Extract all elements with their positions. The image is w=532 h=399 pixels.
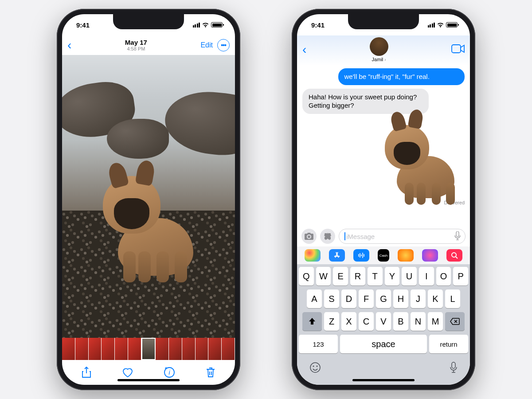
key-h[interactable]: H	[393, 289, 408, 308]
svg-point-10	[313, 366, 314, 367]
home-indicator[interactable]	[352, 379, 415, 381]
key-c[interactable]: C	[359, 312, 374, 331]
status-time: 9:41	[76, 21, 90, 29]
delete-key[interactable]	[445, 312, 465, 331]
shift-key[interactable]	[302, 312, 322, 331]
memoji-app-icon[interactable]	[398, 249, 414, 262]
key-s[interactable]: S	[324, 289, 339, 308]
battery-icon	[446, 22, 458, 27]
cellular-icon	[193, 23, 200, 27]
key-b[interactable]: B	[393, 312, 408, 331]
return-key[interactable]: return	[429, 335, 468, 353]
dictation-icon[interactable]	[454, 231, 461, 242]
key-f[interactable]: F	[359, 289, 374, 308]
received-message[interactable]: Haha! How is your sweet pup doing? Getti…	[302, 89, 429, 114]
photo-title: May 17 4:58 PM	[125, 39, 147, 52]
key-n[interactable]: N	[411, 312, 426, 331]
svg-rect-4	[328, 233, 331, 236]
more-button[interactable]: •••	[217, 39, 230, 51]
home-indicator[interactable]	[117, 379, 180, 381]
camera-button[interactable]	[301, 229, 317, 244]
svg-point-11	[317, 366, 318, 367]
conversation-body[interactable]: we'll be "ruff-ing" it, "fur" real. Haha…	[297, 66, 470, 226]
svg-rect-6	[328, 237, 331, 239]
key-m[interactable]: M	[428, 312, 443, 331]
app-drawer-button[interactable]	[320, 229, 335, 244]
iphone-messages: 9:41 ‹ Jamil › we'll be "ruff-ing" it, "…	[292, 9, 475, 390]
notch	[113, 14, 184, 29]
photo-date: May 17	[125, 39, 147, 47]
key-x[interactable]: X	[341, 312, 356, 331]
key-g[interactable]: G	[376, 289, 391, 308]
svg-rect-5	[325, 237, 327, 239]
audio-app-icon[interactable]	[353, 249, 369, 262]
key-i[interactable]: I	[419, 267, 434, 286]
cellular-icon	[428, 23, 435, 27]
back-button[interactable]: ‹	[302, 43, 306, 57]
key-o[interactable]: O	[436, 267, 451, 286]
key-e[interactable]: E	[333, 267, 348, 286]
key-a[interactable]: A	[307, 289, 322, 308]
message-input[interactable]: iMessage	[339, 229, 466, 244]
info-button[interactable]: i	[163, 366, 176, 379]
svg-rect-12	[452, 362, 455, 368]
key-k[interactable]: K	[428, 289, 443, 308]
svg-point-8	[452, 253, 456, 257]
svg-rect-2	[452, 45, 461, 53]
svg-text:i: i	[168, 369, 170, 376]
iphone-photos: 9:41 ‹ May 17 4:58 PM Edit •••	[57, 9, 240, 390]
key-y[interactable]: Y	[385, 267, 400, 286]
stickers-app-icon[interactable]	[422, 249, 438, 262]
compose-row: iMessage	[297, 226, 470, 246]
key-w[interactable]: W	[316, 267, 331, 286]
mic-key[interactable]	[450, 362, 458, 375]
key-d[interactable]: D	[341, 289, 356, 308]
back-button[interactable]: ‹	[67, 38, 71, 52]
photo-time: 4:58 PM	[125, 46, 147, 51]
appstore-app-icon[interactable]	[329, 249, 345, 262]
key-r[interactable]: R	[350, 267, 365, 286]
key-q[interactable]: Q	[299, 267, 314, 286]
space-key[interactable]: space	[340, 335, 427, 353]
key-p[interactable]: P	[453, 267, 468, 286]
sent-message[interactable]: we'll be "ruff-ing" it, "fur" real.	[338, 68, 465, 85]
key-u[interactable]: U	[402, 267, 417, 286]
photos-app-icon[interactable]	[305, 249, 321, 262]
contact-name[interactable]: Jamil ›	[372, 57, 386, 62]
dog-photo-subject	[98, 165, 200, 276]
imessage-app-strip: Cash	[297, 246, 470, 264]
keyboard: QWERTYUIOP ASDFGHJKL ZXCVBNM 123 space r…	[297, 264, 470, 385]
thumbnail-strip[interactable]	[62, 338, 235, 360]
input-placeholder: iMessage	[346, 233, 375, 240]
edit-button[interactable]: Edit	[200, 41, 213, 49]
svg-point-9	[310, 363, 320, 372]
delete-button[interactable]	[204, 366, 217, 379]
notch	[348, 14, 419, 29]
battery-icon	[211, 22, 223, 27]
contact-avatar[interactable]	[370, 37, 388, 56]
svg-rect-7	[456, 231, 459, 237]
facetime-button[interactable]	[451, 44, 465, 55]
share-button[interactable]	[80, 366, 93, 379]
key-z[interactable]: Z	[324, 312, 339, 331]
messages-header: ‹ Jamil ›	[297, 35, 470, 66]
apple-cash-icon[interactable]: Cash	[378, 249, 390, 262]
photos-header: ‹ May 17 4:58 PM Edit •••	[62, 35, 235, 55]
key-t[interactable]: T	[368, 267, 383, 286]
key-j[interactable]: J	[411, 289, 426, 308]
key-l[interactable]: L	[445, 289, 460, 308]
svg-rect-3	[325, 233, 327, 236]
favorite-button[interactable]	[121, 366, 134, 379]
status-time: 9:41	[311, 21, 325, 29]
numbers-key[interactable]: 123	[299, 335, 338, 353]
photo-viewer[interactable]	[62, 55, 235, 338]
wifi-icon	[202, 22, 209, 27]
wifi-icon	[437, 22, 444, 27]
emoji-key[interactable]	[309, 362, 321, 375]
sent-sticker[interactable]	[385, 118, 465, 198]
key-v[interactable]: V	[376, 312, 391, 331]
search-app-icon[interactable]	[446, 249, 462, 262]
